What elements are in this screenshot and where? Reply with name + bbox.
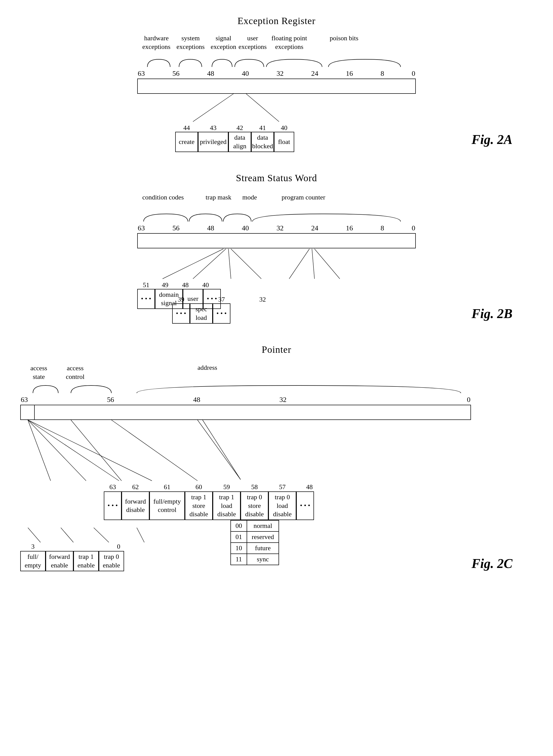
bit-0: 0 [412,69,415,78]
fig2c-upper-detail: • • • forwarddisable full/emptycontrol t… [104,491,533,520]
fig2a-bit-labels: 63 56 48 40 32 24 16 8 0 [137,69,416,78]
mode-row-11: 11 sync [231,554,279,565]
svg-line-10 [28,420,86,481]
ucell-forward-disable: forwarddisable [122,491,149,520]
cell-float: float [274,132,294,152]
ucell-trap0-store-disable: trap 0storedisable [241,491,268,520]
fig2a-annotations: hardwareexceptions systemexceptions sign… [137,34,416,57]
bit-56: 56 [172,69,179,78]
anno-poison: poison bits [330,34,358,43]
fig2b-bit-labels: 63 56 48 40 32 24 16 8 0 [137,224,416,232]
fig2c-annotations: accessstate accesscontrol address [20,363,533,383]
mode-val-future: future [247,543,279,554]
svg-line-14 [111,420,198,481]
fig2c-area: Pointer accessstate accesscontrol addres… [20,344,533,571]
cell-dots-r2: • • • [213,303,230,324]
fig2b-annotations: condition codes trap mask mode program c… [137,191,416,211]
fig2b-wrap: condition codes trap mask mode program c… [137,191,416,309]
fig2c-connectors [20,420,501,483]
fig2b-right-bit-pos: 39 37 32 [172,296,266,303]
fig2b-label: Fig. 2B [471,306,512,321]
mode-code-11: 11 [231,554,247,565]
ucell-dots2: • • • [296,491,314,520]
anno-user: userexceptions [239,34,266,51]
cell-data-align: dataalign [228,132,251,152]
anno-pc: program counter [282,194,325,201]
svg-line-13 [71,420,122,481]
bit-63: 63 [138,69,145,78]
fig2b-connector-svg [137,248,416,281]
cell-privileged: privileged [198,132,228,152]
fig2b-reg-bar [137,233,416,248]
fig2c-bit-labels: 63 56 48 32 0 [20,396,471,404]
anno-trap: trap mask [206,194,231,201]
fig2c-lower-left: 3 0 full/empty forwardenable trap 1enabl… [20,528,185,571]
svg-line-19 [94,528,109,542]
svg-line-2 [163,249,223,279]
bit-32: 32 [276,69,284,78]
lcell-forward-enable: forwardenable [46,551,73,571]
svg-line-20 [137,528,144,542]
mode-row-10: 10 future [231,543,279,554]
fig2a-detail-bit-pos: 44 43 42 41 40 [175,124,416,132]
bit-8: 8 [381,69,384,78]
fig2c-lower-detail: full/empty forwardenable trap 1enable tr… [20,551,185,571]
fig2b-braces-svg [137,211,416,224]
dbit-41: 41 [251,124,274,132]
fig2a-area: Exception Register hardwareexceptions sy… [20,15,533,152]
svg-line-4 [228,249,231,279]
ucell-trap1-store-disable: trap 1storedisable [185,491,213,520]
cell-dots-left: • • • [137,289,155,309]
fig2c-mode-table: 00 normal 01 reserved 10 future 11 sync [230,520,279,565]
cell-create: create [175,132,198,152]
anno-access-state: accessstate [30,364,47,381]
lcell-trap1-enable: trap 1enable [73,551,99,571]
fig2b-right-detail-wrap: 39 37 32 • • • specload • • • [172,296,266,324]
lcell-trap0-enable: trap 0enable [99,551,124,571]
svg-line-12 [28,420,152,481]
mode-val-reserved: reserved [247,532,279,543]
fig2a-wrap: hardwareexceptions systemexceptions sign… [137,34,416,152]
bit-48: 48 [207,69,214,78]
svg-line-18 [61,528,73,542]
dbit-42: 42 [228,124,251,132]
bit-40: 40 [242,69,249,78]
ucell-dots: • • • [104,491,122,520]
fig2b-left-bit-pos: 51 49 48 40 [137,281,416,289]
svg-line-8 [314,249,340,279]
svg-line-0 [193,94,233,122]
svg-line-5 [231,249,261,279]
fig2c-title: Pointer [20,344,533,355]
access-state-box [21,405,35,420]
mode-code-00: 00 [231,520,247,532]
ucell-full-empty-control: full/emptycontrol [149,491,185,520]
fig2c-lower-area: 3 0 full/empty forwardenable trap 1enabl… [20,528,533,571]
fig2a-connector-svg [137,94,416,124]
anno-hardware: hardwareexceptions [142,34,170,51]
svg-line-3 [193,249,226,279]
svg-line-6 [289,249,309,279]
mode-val-sync: sync [247,554,279,565]
svg-line-11 [28,420,119,481]
mode-row-00: 00 normal [231,520,279,532]
cell-dots-r1: • • • [172,303,190,324]
anno-access-control: accesscontrol [66,364,85,381]
svg-line-7 [312,249,314,279]
fig2c-mode-table-wrap: 00 normal 01 reserved 10 future 11 sync [230,520,279,565]
fig2a-reg-bar [137,79,416,94]
lcell-full-empty: full/empty [20,551,46,571]
ucell-trap0-load-disable: trap 0loaddisable [268,491,296,520]
anno-system: systemexceptions [176,34,205,51]
bit-24: 24 [311,69,318,78]
mode-row-01: 01 reserved [231,532,279,543]
fig2b-right-detail: • • • specload • • • [172,303,266,324]
fig2c-lower-connectors [20,528,185,543]
anno-signal: signalexception [211,34,236,51]
bit-16: 16 [346,69,353,78]
fig2a-braces-svg [137,57,416,69]
svg-line-17 [28,528,41,542]
svg-line-15 [198,420,241,480]
fig2c-wrap: accessstate accesscontrol address 63 56 … [20,363,533,571]
fig2c-reg-bar [20,405,471,420]
svg-line-16 [203,420,241,480]
